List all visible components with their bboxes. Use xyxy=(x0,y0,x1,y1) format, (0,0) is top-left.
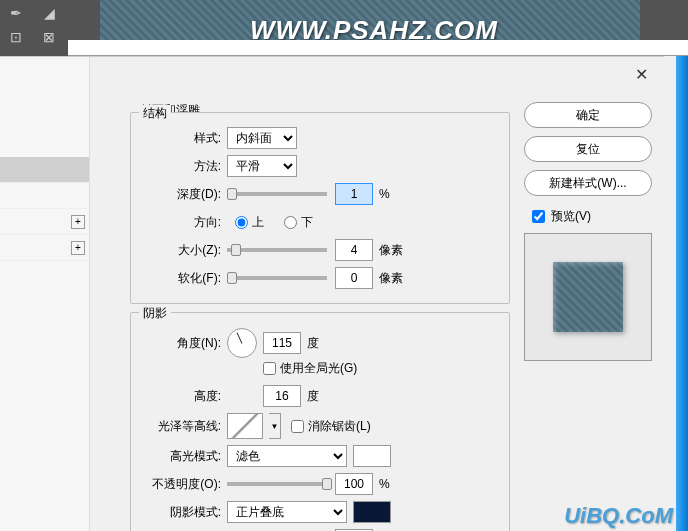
altitude-label: 高度: xyxy=(141,388,221,405)
direction-up-radio[interactable]: 上 xyxy=(235,214,264,231)
soften-slider[interactable] xyxy=(227,276,327,280)
highlight-mode-label: 高光模式: xyxy=(141,448,221,465)
close-icon[interactable]: ✕ xyxy=(635,65,648,84)
angle-dial[interactable] xyxy=(227,328,257,358)
preview-checkbox[interactable]: 预览(V) xyxy=(532,208,654,225)
angle-label: 角度(N): xyxy=(141,335,221,352)
highlight-opacity-slider[interactable] xyxy=(227,482,327,486)
style-select[interactable]: 内斜面 xyxy=(227,127,297,149)
unit-label: 度 xyxy=(307,388,319,405)
plus-icon[interactable]: + xyxy=(71,215,85,229)
depth-input[interactable] xyxy=(335,183,373,205)
horizontal-ruler xyxy=(68,40,688,56)
style-list-panel: + + xyxy=(0,57,90,531)
style-label: 样式: xyxy=(141,130,221,147)
preview-texture xyxy=(553,262,623,332)
reset-button[interactable]: 复位 xyxy=(524,136,652,162)
toolbox: ✒ ◢ ⊡ ⊠ xyxy=(0,0,68,56)
highlight-mode-select[interactable]: 滤色 xyxy=(227,445,347,467)
soften-label: 软化(F): xyxy=(141,270,221,287)
style-list-item[interactable] xyxy=(0,183,89,209)
depth-slider[interactable] xyxy=(227,192,327,196)
size-label: 大小(Z): xyxy=(141,242,221,259)
group-title: 结构 xyxy=(139,105,171,122)
tool-icon[interactable]: ⊠ xyxy=(35,26,63,48)
style-list-item[interactable] xyxy=(0,157,89,183)
shadow-mode-select[interactable]: 正片叠底 xyxy=(227,501,347,523)
direction-down-radio[interactable]: 下 xyxy=(284,214,313,231)
desktop-edge xyxy=(676,56,688,531)
app-background: ✒ ◢ ⊡ ⊠ WWW.PSAHZ.COM xyxy=(0,0,688,56)
highlight-color-swatch[interactable] xyxy=(353,445,391,467)
global-light-checkbox[interactable]: 使用全局光(G) xyxy=(263,360,357,377)
tool-icon[interactable]: ⊡ xyxy=(2,26,30,48)
structure-group: 结构 样式: 内斜面 方法: 平滑 深度(D): % 方向: 上 下 大小( xyxy=(130,112,510,304)
method-select[interactable]: 平滑 xyxy=(227,155,297,177)
size-input[interactable] xyxy=(335,239,373,261)
shadow-mode-label: 阴影模式: xyxy=(141,504,221,521)
unit-label: 度 xyxy=(307,335,319,352)
angle-input[interactable] xyxy=(263,332,301,354)
dialog-actions: 确定 复位 新建样式(W)... 预览(V) xyxy=(524,102,654,361)
altitude-input[interactable] xyxy=(263,385,301,407)
watermark-text-2: UiBQ.CoM xyxy=(564,503,673,529)
preview-thumbnail xyxy=(524,233,652,361)
settings-panel: 结构 样式: 内斜面 方法: 平滑 深度(D): % 方向: 上 下 大小( xyxy=(130,92,510,531)
layer-style-dialog: ✕ + + 斜面和浮雕 结构 样式: 内斜面 方法: 平滑 深度(D): xyxy=(0,56,664,531)
highlight-opacity-input[interactable] xyxy=(335,473,373,495)
unit-label: 像素 xyxy=(379,242,403,259)
tool-icon[interactable]: ◢ xyxy=(35,2,63,24)
gloss-contour-label: 光泽等高线: xyxy=(141,418,221,435)
style-list-item[interactable]: + xyxy=(0,235,89,261)
shading-group: 阴影 角度(N): 度 使用全局光(G) 高度: 度 光泽等高线: xyxy=(130,312,510,531)
unit-label: % xyxy=(379,187,390,201)
soften-input[interactable] xyxy=(335,267,373,289)
group-title: 阴影 xyxy=(139,305,171,322)
depth-label: 深度(D): xyxy=(141,186,221,203)
unit-label: 像素 xyxy=(379,270,403,287)
direction-label: 方向: xyxy=(141,214,221,231)
method-label: 方法: xyxy=(141,158,221,175)
antialias-checkbox[interactable]: 消除锯齿(L) xyxy=(291,418,371,435)
chevron-down-icon[interactable]: ▼ xyxy=(269,413,281,439)
size-slider[interactable] xyxy=(227,248,327,252)
style-list-item[interactable]: + xyxy=(0,209,89,235)
ok-button[interactable]: 确定 xyxy=(524,102,652,128)
gloss-contour-picker[interactable] xyxy=(227,413,263,439)
unit-label: % xyxy=(379,477,390,491)
highlight-opacity-label: 不透明度(O): xyxy=(141,476,221,493)
tool-icon[interactable]: ✒ xyxy=(2,2,30,24)
shadow-color-swatch[interactable] xyxy=(353,501,391,523)
new-style-button[interactable]: 新建样式(W)... xyxy=(524,170,652,196)
plus-icon[interactable]: + xyxy=(71,241,85,255)
